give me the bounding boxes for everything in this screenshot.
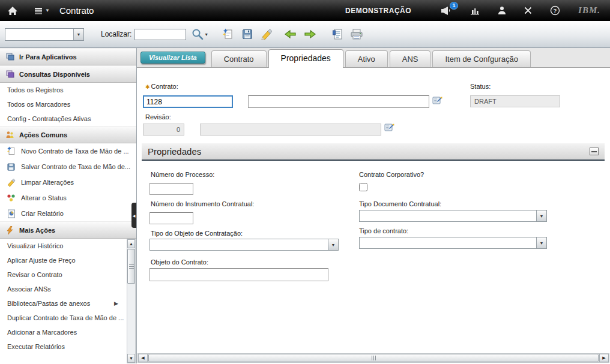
go-to-menu-icon[interactable]: ▼: [34, 7, 50, 15]
tab-ativo[interactable]: Ativo: [345, 50, 388, 67]
search-options-arrow-icon[interactable]: ▼: [204, 32, 208, 37]
sidebar: Ir Para Aplicativos Consultas Disponívei…: [0, 48, 137, 363]
tab-ans[interactable]: ANS: [390, 50, 431, 67]
tab-item-configuracao[interactable]: Item de Confguração: [432, 50, 530, 67]
query-combobox[interactable]: ▼: [5, 28, 84, 41]
object-type-select[interactable]: ▼: [149, 239, 339, 251]
long-description-icon[interactable]: [432, 95, 443, 107]
process-number-input[interactable]: [149, 183, 193, 195]
query-item-all-bookmarks[interactable]: Todos os Marcadores: [0, 97, 136, 112]
contract-type-label: Tipo de contrato:: [359, 227, 408, 234]
titlebar-actions: 1 ? IBM.: [440, 5, 600, 16]
object-type-value: [150, 239, 328, 250]
contract-type-select[interactable]: ▼: [359, 237, 547, 249]
scroll-right-icon[interactable]: ▶: [599, 354, 609, 362]
action-save-contract[interactable]: Salvar Contrato de Taxa de Mão de...: [0, 159, 136, 175]
query-combobox-value: [5, 29, 73, 40]
home-icon[interactable]: [7, 6, 18, 16]
goto-applications-label: Ir Para Aplicativos: [19, 53, 77, 61]
profile-icon[interactable]: [498, 6, 506, 15]
long-description-icon[interactable]: [384, 122, 395, 134]
more-action-duplicate-contract[interactable]: Duplicar Contrato de Taxa de Mão de ...: [0, 311, 125, 325]
contract-object-label: Objeto do Contrato:: [151, 258, 208, 266]
sidebar-collapse-handle[interactable]: ◀: [131, 203, 136, 228]
query-item-all-records[interactable]: Todos os Registros: [0, 83, 136, 97]
scroll-up-icon[interactable]: ▲: [127, 239, 135, 248]
available-queries-header[interactable]: Consultas Disponíveis: [0, 65, 136, 83]
next-record-icon[interactable]: [302, 26, 318, 42]
titlebar: ▼ Contrato DEMONSTRAÇÃO 1 ? IBM.: [0, 0, 610, 21]
available-queries-label: Consultas Disponíveis: [19, 71, 90, 78]
scroll-left-icon[interactable]: ◀: [138, 354, 148, 362]
logout-icon[interactable]: [524, 7, 532, 14]
menu-caret-icon: ▼: [45, 8, 50, 13]
tab-propriedades[interactable]: Propriedades: [268, 49, 343, 68]
save-icon: [6, 163, 16, 172]
announcements-icon[interactable]: 1: [440, 6, 452, 16]
clear-changes-icon[interactable]: [259, 26, 274, 42]
action-change-status[interactable]: Alterar o Status: [0, 190, 136, 206]
submenu-arrow-icon: ▶: [114, 300, 118, 306]
svg-text:?: ?: [554, 7, 557, 14]
ibm-logo: IBM.: [578, 5, 600, 16]
action-label: Salvar Contrato de Taxa de Mão de...: [21, 163, 130, 170]
more-actions-header[interactable]: Mais Ações: [0, 221, 136, 239]
horizontal-scrollbar[interactable]: ◀ ▶: [137, 353, 609, 363]
revision-label: Revisão:: [145, 113, 171, 121]
sidebar-scrollbar[interactable]: ▲ ▼: [127, 239, 136, 363]
more-action-run-reports[interactable]: Executar Relatórios: [0, 339, 125, 354]
action-label: Limpar Alterações: [21, 179, 74, 186]
tab-bar: Visualizar Lista Contrato Propriedades A…: [137, 48, 610, 68]
more-action-price-adjust[interactable]: Aplicar Ajuste de Preço: [0, 253, 125, 267]
more-action-associate-slas[interactable]: Associar ANSs: [0, 282, 125, 296]
applications-icon: [5, 53, 15, 61]
doc-type-select[interactable]: ▼: [359, 210, 547, 222]
main-toolbar: ▼ Localizar: ▼: [0, 21, 610, 48]
goto-applications-header[interactable]: Ir Para Aplicativos: [0, 48, 136, 65]
new-record-icon[interactable]: [220, 26, 236, 42]
scrollbar-thumb[interactable]: [148, 354, 599, 362]
properties-section-header: Propriedades: [142, 143, 605, 161]
scroll-down-icon[interactable]: ▼: [127, 354, 135, 363]
reports-icon[interactable]: [330, 26, 345, 42]
contract-description-input[interactable]: [248, 95, 429, 108]
scrollbar-track[interactable]: [127, 284, 135, 354]
common-actions-header[interactable]: Ações Comuns: [0, 126, 136, 143]
scrollbar-thumb[interactable]: [127, 249, 135, 284]
action-create-report[interactable]: Criar Relatório: [0, 206, 136, 221]
collapse-section-icon[interactable]: [590, 148, 599, 155]
contract-number-input[interactable]: [143, 95, 233, 108]
find-input[interactable]: [134, 29, 186, 40]
previous-record-icon[interactable]: [283, 26, 298, 42]
main-area: Visualizar Lista Contrato Propriedades A…: [137, 48, 610, 363]
change-status-icon: [6, 194, 16, 202]
search-icon[interactable]: [190, 26, 205, 42]
print-icon[interactable]: [349, 26, 364, 42]
help-icon[interactable]: ?: [550, 5, 560, 16]
contract-object-input[interactable]: [149, 268, 328, 281]
more-action-add-bookmarks[interactable]: Adicionar a Marcadores: [0, 325, 125, 339]
process-number-label: Número do Processo:: [151, 171, 214, 178]
corporate-contract-checkbox[interactable]: [359, 183, 367, 191]
queries-icon: [5, 70, 15, 78]
tab-contrato[interactable]: Contrato: [211, 50, 267, 67]
save-icon[interactable]: [240, 26, 255, 42]
combobox-arrow-icon[interactable]: ▼: [73, 29, 83, 40]
more-action-attachments[interactable]: Biblioteca/Pastas de anexos ▶: [0, 296, 125, 311]
contract-label: ✱Contrato:: [145, 83, 178, 90]
action-clear-changes[interactable]: Limpar Alterações: [0, 175, 136, 190]
contract-type-value: [360, 237, 536, 248]
view-list-button[interactable]: Visualizar Lista: [140, 52, 205, 64]
more-action-view-history[interactable]: Visualizar Histórico: [0, 239, 125, 253]
action-new-contract[interactable]: Novo Contrato de Taxa de Mão de ...: [0, 143, 136, 159]
query-item-config-active[interactable]: Config - Contratações Ativas: [0, 112, 136, 126]
clear-changes-icon: [6, 178, 16, 187]
common-actions-label: Ações Comuns: [19, 131, 67, 139]
application-window: ▼ Contrato DEMONSTRAÇÃO 1 ? IBM.: [0, 0, 610, 364]
status-field: DRAFT: [470, 95, 560, 107]
more-action-revise-contract[interactable]: Revisar o Contrato: [0, 267, 125, 282]
instrument-number-input[interactable]: [149, 212, 193, 224]
more-actions-panel: Visualizar Histórico Aplicar Ajuste de P…: [0, 239, 136, 363]
chevron-down-icon: ▼: [536, 237, 546, 248]
reports-chart-icon[interactable]: [470, 7, 480, 15]
